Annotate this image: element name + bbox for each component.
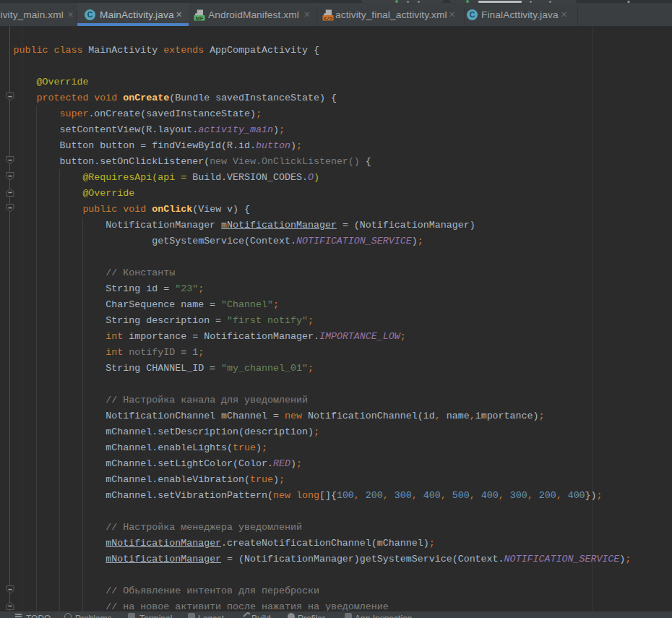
svg-text:</>: </> — [324, 16, 333, 22]
svg-text:MF: MF — [196, 15, 204, 22]
